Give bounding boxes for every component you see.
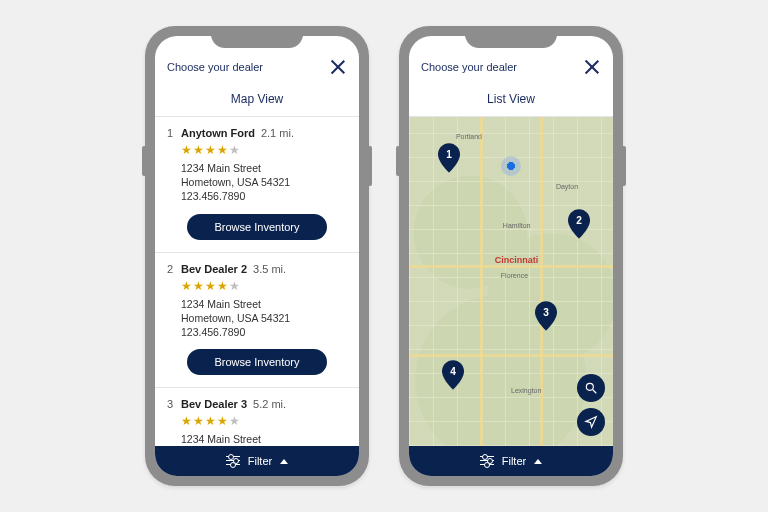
map-search-button[interactable]	[577, 374, 605, 402]
dealer-distance: 3.5 mi.	[253, 263, 286, 275]
dealer-index: 3	[167, 398, 175, 410]
filter-button[interactable]: Filter	[409, 446, 613, 476]
star-icon: ★	[205, 414, 216, 428]
dealer-address: 1234 Main Street	[181, 432, 347, 446]
header-title: Choose your dealer	[421, 61, 517, 73]
screen-map: Choose your dealer List View Cincinnati …	[409, 36, 613, 476]
header-title: Choose your dealer	[167, 61, 263, 73]
star-icon: ★	[217, 279, 228, 293]
browse-inventory-button[interactable]: Browse Inventory	[187, 214, 327, 240]
star-icon: ★	[181, 143, 192, 157]
star-icon: ★	[193, 279, 204, 293]
locate-icon	[584, 415, 598, 429]
rating-stars: ★ ★ ★ ★ ★	[181, 414, 347, 428]
rating-stars: ★ ★ ★ ★ ★	[181, 143, 347, 157]
star-icon: ★	[229, 414, 240, 428]
star-icon: ★	[193, 143, 204, 157]
map-canvas[interactable]: Cincinnati Florence Dayton Lexington Por…	[409, 117, 613, 446]
city-label-minor: Dayton	[556, 183, 578, 190]
tab-list-view[interactable]: List View	[409, 84, 613, 117]
dealer-distance: 2.1 mi.	[261, 127, 294, 139]
close-icon[interactable]	[583, 58, 601, 76]
notch	[465, 26, 557, 48]
notch	[211, 26, 303, 48]
dealer-distance: 5.2 mi.	[253, 398, 286, 410]
dealer-name: Anytown Ford	[181, 127, 255, 139]
map-pin[interactable]: 4	[442, 360, 464, 390]
map-road	[409, 265, 613, 268]
browse-inventory-button[interactable]: Browse Inventory	[187, 349, 327, 375]
svg-point-4	[586, 383, 593, 390]
star-icon: ★	[181, 414, 192, 428]
svg-text:4: 4	[450, 366, 456, 377]
city-label-minor: Hamilton	[503, 222, 531, 229]
screen-list: Choose your dealer Map View 1 Anytown Fo…	[155, 36, 359, 476]
svg-text:2: 2	[576, 215, 582, 226]
map-pin[interactable]: 2	[568, 209, 590, 239]
star-icon: ★	[217, 414, 228, 428]
star-icon: ★	[205, 279, 216, 293]
chevron-up-icon	[534, 459, 542, 464]
city-label-main: Cincinnati	[495, 255, 539, 265]
map-road	[409, 354, 613, 357]
filter-icon	[226, 456, 240, 466]
map-road	[540, 117, 543, 446]
close-icon[interactable]	[329, 58, 347, 76]
dealer-index: 1	[167, 127, 175, 139]
chevron-up-icon	[280, 459, 288, 464]
svg-text:1: 1	[446, 149, 452, 160]
map-pin[interactable]: 1	[438, 143, 460, 173]
current-location-dot	[501, 156, 521, 176]
dealer-index: 2	[167, 263, 175, 275]
filter-label: Filter	[502, 455, 526, 467]
star-icon: ★	[229, 143, 240, 157]
dealer-row[interactable]: 3 Bev Dealer 3 5.2 mi. ★ ★ ★ ★ ★ 1234 Ma…	[155, 388, 359, 446]
search-icon	[584, 381, 598, 395]
phone-frame-left: Choose your dealer Map View 1 Anytown Fo…	[145, 26, 369, 486]
tab-map-view[interactable]: Map View	[155, 84, 359, 117]
map-pin[interactable]: 3	[535, 301, 557, 331]
map-locate-button[interactable]	[577, 408, 605, 436]
svg-line-5	[593, 390, 597, 394]
rating-stars: ★ ★ ★ ★ ★	[181, 279, 347, 293]
filter-label: Filter	[248, 455, 272, 467]
dealer-row[interactable]: 2 Bev Dealer 2 3.5 mi. ★ ★ ★ ★ ★ 1234 Ma…	[155, 253, 359, 389]
city-label-sub: Florence	[501, 272, 528, 279]
star-icon: ★	[205, 143, 216, 157]
city-label-minor: Portland	[456, 133, 482, 140]
city-label-minor: Lexington	[511, 387, 541, 394]
dealer-address: 1234 Main Street Hometown, USA 54321 123…	[181, 161, 347, 204]
dealer-name: Bev Dealer 3	[181, 398, 247, 410]
dealer-name: Bev Dealer 2	[181, 263, 247, 275]
dealer-address: 1234 Main Street Hometown, USA 54321 123…	[181, 297, 347, 340]
star-icon: ★	[229, 279, 240, 293]
svg-text:3: 3	[544, 307, 550, 318]
phone-frame-right: Choose your dealer List View Cincinnati …	[399, 26, 623, 486]
dealer-row[interactable]: 1 Anytown Ford 2.1 mi. ★ ★ ★ ★ ★ 1234 Ma…	[155, 117, 359, 253]
filter-button[interactable]: Filter	[155, 446, 359, 476]
filter-icon	[480, 456, 494, 466]
dealer-list: 1 Anytown Ford 2.1 mi. ★ ★ ★ ★ ★ 1234 Ma…	[155, 117, 359, 446]
star-icon: ★	[181, 279, 192, 293]
star-icon: ★	[217, 143, 228, 157]
map-road	[480, 117, 483, 446]
star-icon: ★	[193, 414, 204, 428]
